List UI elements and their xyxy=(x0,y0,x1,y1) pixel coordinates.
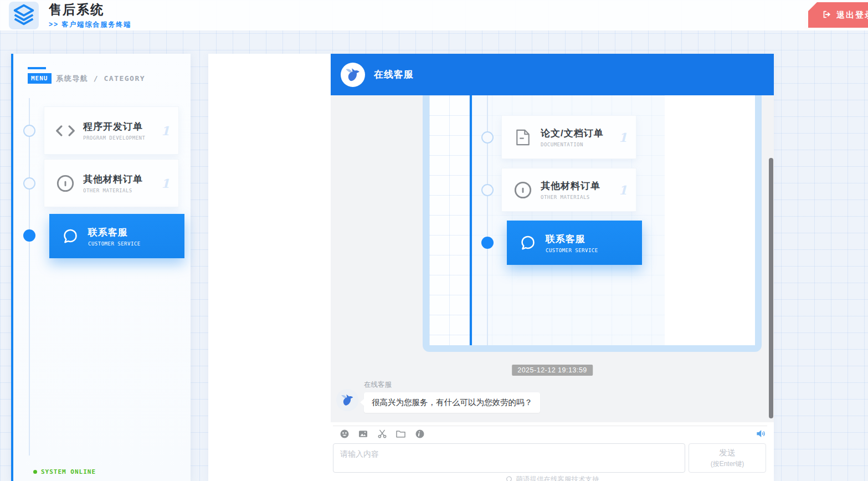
chat-title: 在线客服 xyxy=(374,68,414,81)
alert-circle-icon xyxy=(55,174,75,193)
item-title: 联系客服 xyxy=(88,226,141,239)
service-avatar xyxy=(341,63,365,87)
logout-icon xyxy=(821,9,831,21)
menu-badge: MENU xyxy=(28,73,52,84)
chat-bubble-icon xyxy=(518,234,538,252)
timeline-ring-1 xyxy=(23,125,35,137)
app-header: 售后系统 >> 客户端综合服务终端 xyxy=(0,0,868,30)
app-logo xyxy=(9,2,39,29)
logout-label: 退出登录 xyxy=(836,10,868,21)
item-title: 联系客服 xyxy=(546,233,598,245)
sidebar: MENU 系统导航 / CATEGORY 程序开发订单 PROGRAM DEVE… xyxy=(11,54,191,481)
folder-icon[interactable] xyxy=(395,428,407,439)
page: 售后系统 >> 客户端综合服务终端 退出登录 MENU 系统导航 / CATEG… xyxy=(0,0,868,481)
item-subtitle: CUSTOMER SERVICE xyxy=(546,248,598,253)
item-count: 1 xyxy=(619,183,627,197)
item-subtitle: PROGRAM DEVELOPMENT xyxy=(83,135,145,141)
bird-icon xyxy=(345,66,361,83)
screenshot-scissors-icon[interactable] xyxy=(376,428,388,439)
screenshot-grid-strip xyxy=(429,95,470,345)
service-mini-icon xyxy=(506,475,513,481)
item-subtitle: DOCUMENTATION xyxy=(541,142,604,147)
footer-note: 萌语提供在线客服技术支持 xyxy=(506,475,599,481)
send-button[interactable]: 发送 (按Enter键) xyxy=(689,443,766,473)
page-title: 售后系统 xyxy=(49,1,131,18)
send-hint: (按Enter键) xyxy=(711,459,744,469)
message-timestamp: 2025-12-12 19:13:59 xyxy=(512,365,593,376)
item-subtitle: OTHER MATERIALS xyxy=(541,195,600,200)
chat-input[interactable] xyxy=(333,443,685,473)
speaker-icon[interactable] xyxy=(754,428,766,439)
document-icon xyxy=(513,129,533,146)
chat-window: 在线客服 xyxy=(331,54,774,481)
logout-button[interactable]: 退出登录 xyxy=(808,2,868,28)
item-count: 1 xyxy=(161,124,170,138)
timeline-line xyxy=(29,98,30,456)
item-count: 1 xyxy=(161,176,170,191)
menu-header: MENU 系统导航 / CATEGORY xyxy=(28,73,145,84)
screenshot-ring-1 xyxy=(481,131,494,144)
chat-body: 论文/文档订单 DOCUMENTATION 1 其他材料订单 xyxy=(331,95,774,422)
menu-dash xyxy=(28,67,46,69)
item-title: 论文/文档订单 xyxy=(541,127,604,140)
send-label: 发送 xyxy=(719,448,736,458)
screenshot-item-documentation: 论文/文档订单 DOCUMENTATION 1 xyxy=(501,115,636,159)
item-texts: 其他材料订单 OTHER MATERIALS xyxy=(541,180,600,200)
item-count: 1 xyxy=(619,130,627,145)
item-texts: 程序开发订单 PROGRAM DEVELOPMENT xyxy=(83,120,145,141)
message-sender: 在线客服 xyxy=(364,380,392,390)
chat-composer: 发送 (按Enter键) 萌语提供在线客服技术支持 xyxy=(331,422,774,481)
item-texts: 联系客服 CUSTOMER SERVICE xyxy=(546,233,598,253)
emoji-icon[interactable] xyxy=(338,428,350,439)
screenshot-dot-active xyxy=(481,237,494,249)
app-subtitle: >> 客户端综合服务终端 xyxy=(49,20,131,29)
chat-scrollbar[interactable] xyxy=(769,158,773,418)
item-texts: 其他材料订单 OTHER MATERIALS xyxy=(83,173,143,193)
chat-image-message[interactable]: 论文/文档订单 DOCUMENTATION 1 其他材料订单 xyxy=(423,95,762,352)
sidebar-item-customer-service[interactable]: 联系客服 CUSTOMER SERVICE xyxy=(49,214,184,258)
info-icon[interactable] xyxy=(414,428,425,439)
sidebar-item-other-materials[interactable]: 其他材料订单 OTHER MATERIALS 1 xyxy=(44,159,179,207)
image-icon[interactable] xyxy=(357,428,369,439)
message-avatar xyxy=(336,389,358,411)
main-panel: 在线客服 xyxy=(208,54,774,481)
chat-bubble-icon xyxy=(60,227,80,245)
item-title: 程序开发订单 xyxy=(83,120,145,133)
item-title: 其他材料订单 xyxy=(541,180,600,192)
app-titles: 售后系统 >> 客户端综合服务终端 xyxy=(49,1,131,29)
status-text: SYSTEM ONLINE xyxy=(41,468,96,475)
code-icon xyxy=(55,125,75,136)
screenshot-item-customer-service: 联系客服 CUSTOMER SERVICE xyxy=(507,221,642,265)
alert-circle-icon xyxy=(513,181,533,199)
nav-title: 系统导航 / CATEGORY xyxy=(57,74,146,84)
item-texts: 联系客服 CUSTOMER SERVICE xyxy=(88,226,141,247)
composer-divider xyxy=(333,426,767,426)
sidebar-item-program-dev[interactable]: 程序开发订单 PROGRAM DEVELOPMENT 1 xyxy=(44,106,179,155)
item-title: 其他材料订单 xyxy=(83,173,143,186)
item-subtitle: OTHER MATERIALS xyxy=(83,188,143,193)
footer-note-text: 萌语提供在线客服技术支持 xyxy=(516,475,599,481)
screenshot-ring-2 xyxy=(481,184,494,196)
chat-header: 在线客服 xyxy=(331,54,774,95)
composer-toolbar xyxy=(338,428,425,439)
screenshot-item-other-materials: 其他材料订单 OTHER MATERIALS 1 xyxy=(501,168,636,212)
item-subtitle: CUSTOMER SERVICE xyxy=(88,241,141,247)
item-texts: 论文/文档订单 DOCUMENTATION xyxy=(541,127,604,147)
screenshot-white-panel xyxy=(665,95,755,345)
timeline-dot-active xyxy=(23,229,35,242)
bird-icon xyxy=(340,393,355,407)
system-status: SYSTEM ONLINE xyxy=(33,468,96,475)
timeline-ring-2 xyxy=(23,177,35,190)
layers-icon xyxy=(13,3,35,28)
online-dot-icon xyxy=(33,470,37,474)
message-bubble: 很高兴为您服务，有什么可以为您效劳的吗？ xyxy=(364,392,540,413)
